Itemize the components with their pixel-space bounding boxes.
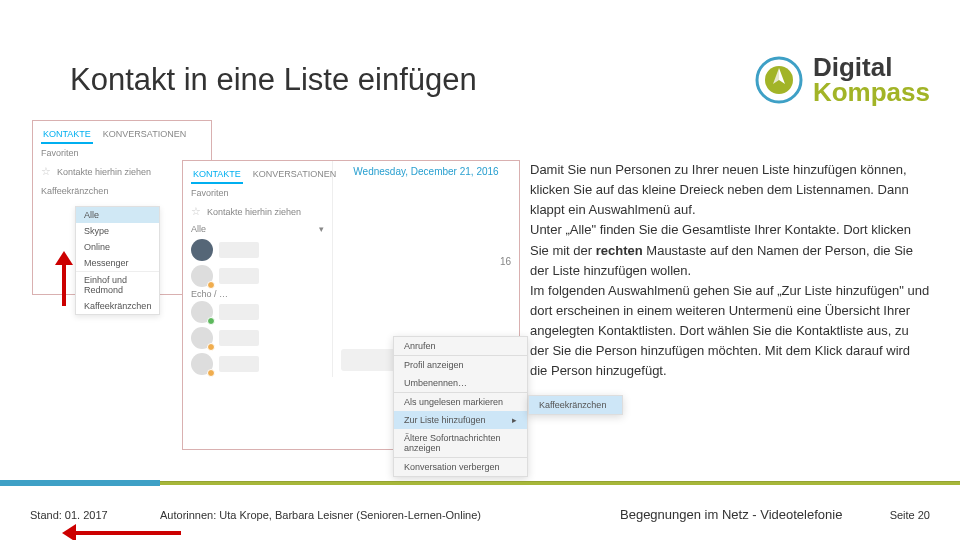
- contact-row[interactable]: [183, 299, 332, 325]
- ctx-call[interactable]: Anrufen: [394, 337, 527, 355]
- body-text: Damit Sie nun Personen zu Ihrer neuen Li…: [530, 160, 930, 382]
- skype-window-2: KONTAKTE KONVERSATIONEN Favoriten ☆Konta…: [182, 160, 520, 450]
- page-title: Kontakt in eine Liste einfügen: [70, 62, 477, 98]
- date-header: Wednesday, December 21, 2016: [333, 161, 519, 182]
- count-badge: 16: [500, 256, 511, 267]
- contact-row[interactable]: [183, 351, 332, 377]
- contact-row[interactable]: [183, 237, 332, 263]
- footer-divider: [0, 481, 960, 485]
- ctx-rename[interactable]: Umbenennen…: [394, 374, 527, 392]
- ctx-profile[interactable]: Profil anzeigen: [394, 356, 527, 374]
- contact-row[interactable]: [183, 325, 332, 351]
- tab-contacts-2[interactable]: KONTAKTE: [191, 166, 243, 184]
- slide-footer: Stand: 01. 2017 Autorinnen: Uta Krope, B…: [0, 507, 960, 522]
- tab-contacts[interactable]: KONTAKTE: [41, 126, 93, 144]
- star-icon: ☆: [191, 205, 201, 218]
- submenu[interactable]: Kaffeekränzchen: [528, 395, 623, 415]
- dropdown-item-online[interactable]: Online: [76, 239, 159, 255]
- all-label[interactable]: Alle: [191, 224, 206, 234]
- logo-text-kompass: Kompass: [813, 80, 930, 105]
- dropdown-item-messenger[interactable]: Messenger: [76, 255, 159, 271]
- ctx-hide[interactable]: Konversation verbergen: [394, 458, 527, 476]
- favorites-label-2: Favoriten: [183, 184, 332, 202]
- ctx-add-to-list[interactable]: Zur Liste hinzufügen▸: [394, 411, 527, 429]
- dropdown-item-skype[interactable]: Skype: [76, 223, 159, 239]
- contact-row[interactable]: [183, 263, 332, 289]
- footer-authors: Autorinnen: Uta Krope, Barbara Leisner (…: [160, 509, 620, 521]
- submenu-item-list[interactable]: Kaffeekränzchen: [529, 396, 622, 414]
- context-menu[interactable]: Anrufen Profil anzeigen Umbenennen… Als …: [393, 336, 528, 477]
- tab-conversations[interactable]: KONVERSATIONEN: [101, 126, 188, 144]
- star-icon: ☆: [41, 165, 51, 178]
- tab-conversations-2[interactable]: KONVERSATIONEN: [251, 166, 338, 184]
- footer-title: Begegnungen im Netz - Videotelefonie: [620, 507, 870, 522]
- dropdown-item-location[interactable]: Einhof und Redmond: [76, 271, 159, 298]
- screenshot-area: KONTAKTE KONVERSATIONEN Favoriten ☆ Kont…: [32, 120, 520, 450]
- ctx-old-messages[interactable]: Ältere Sofortnachrichten anzeigen: [394, 429, 527, 457]
- dropdown-item-all[interactable]: Alle: [76, 207, 159, 223]
- slide-header: Kontakt in eine Liste einfügen Digital K…: [70, 55, 930, 104]
- contact-echo[interactable]: Echo / …: [183, 289, 332, 299]
- footer-page: Seite 20: [870, 509, 930, 521]
- filter-dropdown[interactable]: Alle Skype Online Messenger Einhof und R…: [75, 206, 160, 315]
- dropdown-item-list[interactable]: Kaffeekränzchen: [76, 298, 159, 314]
- chevron-right-icon: ▸: [512, 415, 517, 425]
- red-arrow-up: [55, 251, 75, 306]
- compass-icon: [755, 56, 803, 104]
- logo-text-digital: Digital: [813, 55, 930, 80]
- footer-date: Stand: 01. 2017: [30, 509, 160, 521]
- red-arrow-left: [62, 524, 182, 540]
- ctx-mark-unread[interactable]: Als ungelesen markieren: [394, 393, 527, 411]
- digital-kompass-logo: Digital Kompass: [755, 55, 930, 104]
